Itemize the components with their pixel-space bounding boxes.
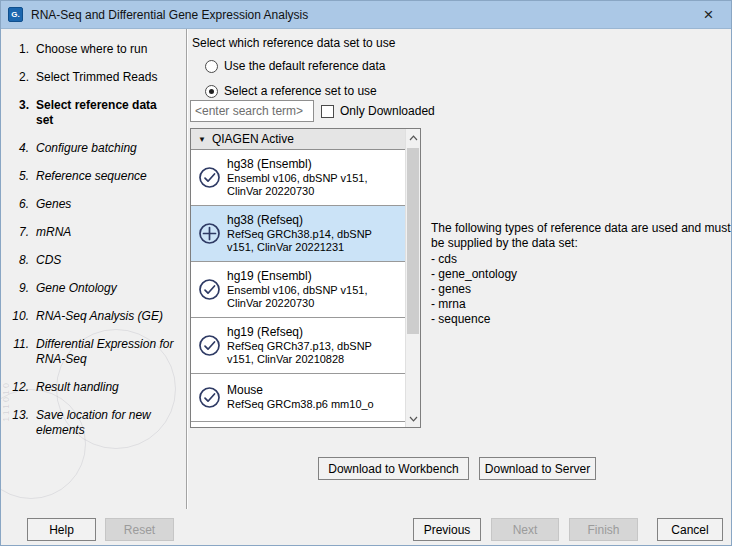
info-item-cds: - cds <box>431 252 731 267</box>
radio-select-label: Select a reference set to use <box>224 84 377 98</box>
radio-unchecked-icon[interactable] <box>205 60 218 73</box>
radio-select-reference[interactable]: Select a reference set to use <box>205 84 377 98</box>
step-label: mRNA <box>36 225 176 240</box>
step-label: RNA-Seq Analysis (GE) <box>36 309 176 324</box>
wizard-step-6: 6. Genes <box>11 197 180 212</box>
list-item-hg38-refseq-selected[interactable]: hg38 (Refseq) RefSeq GRCh38.p14, dbSNP v… <box>191 206 405 262</box>
download-to-server-button[interactable]: Download to Server <box>479 457 596 480</box>
main-panel: Select which reference data set to use U… <box>187 29 731 509</box>
group-header-label: QIAGEN Active <box>212 132 294 146</box>
list-item-mouse[interactable]: Mouse RefSeq GRCm38.p6 mm10_o <box>191 374 405 422</box>
scrollbar-thumb[interactable] <box>407 148 419 334</box>
only-downloaded-checkbox-row[interactable]: Only Downloaded <box>321 104 435 118</box>
step-label: Differential Expression for RNA-Seq <box>36 337 176 367</box>
wizard-step-12: 12. Result handling <box>11 380 180 395</box>
checkbox-unchecked-icon[interactable] <box>321 105 334 118</box>
step-label: Gene Ontology <box>36 281 176 296</box>
title-bar: G. RNA-Seq and Differential Gene Express… <box>1 1 731 29</box>
item-subtitle: Ensembl v106, dbSNP v151, ClinVar 202207… <box>227 284 395 310</box>
reference-data-info: The following types of reference data ar… <box>431 221 731 327</box>
info-item-sequence: - sequence <box>431 312 731 327</box>
item-title: hg38 (Refseq) <box>227 214 395 227</box>
step-label: Genes <box>36 197 176 212</box>
wizard-step-13: 13. Save location for new elements <box>11 408 180 438</box>
dialog-window: G. RNA-Seq and Differential Gene Express… <box>0 0 732 546</box>
list-scrollbar[interactable] <box>405 129 420 427</box>
check-circle-icon <box>198 278 221 301</box>
wizard-step-9: 9. Gene Ontology <box>11 281 180 296</box>
step-label: Choose where to run <box>36 42 176 57</box>
wizard-step-4: 4. Configure batching <box>11 141 180 156</box>
panel-title: Select which reference data set to use <box>192 36 395 50</box>
window-title: RNA-Seq and Differential Gene Expression… <box>31 8 308 22</box>
footer-bar: Help Reset Previous Next Finish Cancel <box>1 509 731 545</box>
wizard-step-11: 11. Differential Expression for RNA-Seq <box>11 337 180 367</box>
step-label: Select reference data set <box>36 98 176 128</box>
wizard-steps-sidebar: 111010 1. Choose where to run 2. Select … <box>1 29 187 509</box>
step-label: Configure batching <box>36 141 176 156</box>
wizard-step-7: 7. mRNA <box>11 225 180 240</box>
check-circle-icon <box>198 386 221 409</box>
item-title: hg19 (Refseq) <box>227 326 395 339</box>
item-title: hg38 (Ensembl) <box>227 158 395 171</box>
previous-button[interactable]: Previous <box>413 518 481 541</box>
scroll-up-icon[interactable] <box>406 129 420 146</box>
scroll-down-icon[interactable] <box>406 410 420 427</box>
app-icon: G. <box>8 7 23 22</box>
list-item-hg19-ensembl[interactable]: hg19 (Ensembl) Ensembl v106, dbSNP v151,… <box>191 262 405 318</box>
item-title: hg19 (Ensembl) <box>227 270 395 283</box>
item-subtitle: RefSeq GRCm38.p6 mm10_o <box>227 398 395 411</box>
step-label: Reference sequence <box>36 169 176 184</box>
wizard-step-2: 2. Select Trimmed Reads <box>11 70 180 85</box>
group-header-qiagen-active[interactable]: ▼ QIAGEN Active <box>191 129 405 150</box>
item-subtitle: RefSeq GRCh37.p13, dbSNP v151, ClinVar 2… <box>227 340 395 366</box>
radio-checked-icon[interactable] <box>205 85 218 98</box>
plus-circle-icon <box>198 222 221 245</box>
next-button: Next <box>491 518 559 541</box>
item-subtitle: RefSeq GRCh38.p14, dbSNP v151, ClinVar 2… <box>227 228 395 254</box>
close-icon[interactable]: × <box>686 1 731 28</box>
info-paragraph: The following types of reference data ar… <box>431 221 731 251</box>
radio-default-label: Use the default reference data <box>224 59 385 73</box>
info-item-genes: - genes <box>431 282 731 297</box>
dialog-content: 111010 1. Choose where to run 2. Select … <box>1 29 731 509</box>
finish-button: Finish <box>569 518 638 541</box>
cancel-button[interactable]: Cancel <box>657 518 723 541</box>
list-item-hg19-refseq[interactable]: hg19 (Refseq) RefSeq GRCh37.p13, dbSNP v… <box>191 318 405 374</box>
wizard-step-5: 5. Reference sequence <box>11 169 180 184</box>
info-item-mrna: - mrna <box>431 297 731 312</box>
step-label: CDS <box>36 253 176 268</box>
list-item-hg38-ensembl[interactable]: hg38 (Ensembl) Ensembl v106, dbSNP v151,… <box>191 150 405 206</box>
radio-default-reference[interactable]: Use the default reference data <box>205 59 385 73</box>
step-label: Select Trimmed Reads <box>36 70 176 85</box>
wizard-step-1: 1. Choose where to run <box>11 42 180 57</box>
search-input[interactable] <box>190 100 314 122</box>
check-circle-icon <box>198 166 221 189</box>
reset-button: Reset <box>105 518 174 541</box>
step-label: Result handling <box>36 380 176 395</box>
reference-data-list: ▼ QIAGEN Active hg38 (Ensembl) Ensembl v… <box>190 128 421 428</box>
wizard-step-3-current: 3. Select reference data set <box>11 98 180 128</box>
info-item-gene-ontology: - gene_ontology <box>431 267 731 282</box>
wizard-step-10: 10. RNA-Seq Analysis (GE) <box>11 309 180 324</box>
download-to-workbench-button[interactable]: Download to Workbench <box>318 457 469 480</box>
item-subtitle: Ensembl v106, dbSNP v151, ClinVar 202207… <box>227 172 395 198</box>
item-title: Mouse <box>227 384 395 397</box>
collapse-triangle-icon[interactable]: ▼ <box>198 135 206 144</box>
only-downloaded-label: Only Downloaded <box>340 104 435 118</box>
wizard-step-8: 8. CDS <box>11 253 180 268</box>
check-circle-icon <box>198 334 221 357</box>
step-label: Save location for new elements <box>36 408 176 438</box>
help-button[interactable]: Help <box>27 518 96 541</box>
